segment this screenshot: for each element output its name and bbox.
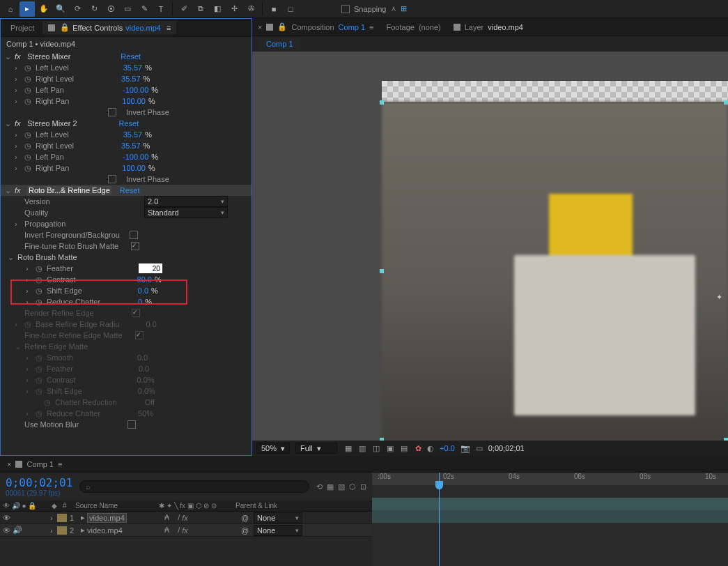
val-shift-edge[interactable]: 0.0: [138, 286, 148, 295]
expand-icon[interactable]: ›: [26, 275, 33, 284]
expand-icon[interactable]: ›: [50, 514, 53, 522]
val-left-pan[interactable]: -100.00: [123, 153, 148, 161]
val-right-level[interactable]: 35.57: [121, 142, 141, 150]
tab-effect-controls[interactable]: 🔒 Effect Controls video.mp4 ≡: [42, 21, 176, 34]
lock-icon[interactable]: 🔒: [60, 23, 70, 32]
stroke-swatch-icon[interactable]: □: [283, 1, 298, 17]
layer-track[interactable]: [372, 510, 728, 523]
grid-icon[interactable]: ▦: [343, 443, 354, 454]
layer-track[interactable]: [372, 498, 728, 510]
tab-project[interactable]: Project: [5, 22, 40, 34]
expand-icon[interactable]: ›: [15, 142, 22, 150]
stopwatch-icon[interactable]: ◷: [24, 153, 33, 162]
snapping-options-icon[interactable]: ⋏: [391, 4, 396, 13]
expand-icon[interactable]: ›: [15, 220, 22, 228]
type-tool-icon[interactable]: T: [153, 1, 169, 17]
expand-icon[interactable]: ⊡: [360, 482, 366, 491]
tab-layer[interactable]: Layer video.mp4: [454, 23, 523, 31]
reset-link[interactable]: Reset: [119, 119, 139, 128]
snap-grid-icon[interactable]: ⊞: [401, 4, 407, 13]
panel-menu-icon[interactable]: ≡: [369, 23, 373, 31]
layer-row[interactable]: 👁› 1▸ video.mp4₳ / fx@None▾: [0, 512, 372, 524]
checkbox-icon[interactable]: [341, 5, 350, 13]
stopwatch-icon[interactable]: ◷: [24, 142, 33, 151]
snapshot-icon[interactable]: 📷: [460, 444, 470, 453]
panel-menu-icon[interactable]: ≡: [166, 24, 171, 32]
pickwhip-icon[interactable]: @: [238, 526, 251, 535]
region-icon[interactable]: ▭: [476, 444, 483, 453]
roto-tool-icon[interactable]: ✢: [226, 1, 242, 17]
fx-icon[interactable]: fx: [15, 52, 24, 61]
val-right-pan[interactable]: 100.00: [122, 164, 146, 172]
selection-handle[interactable]: [724, 100, 728, 105]
expand-icon[interactable]: ›: [15, 153, 22, 161]
composition-name[interactable]: Comp 1: [339, 23, 366, 31]
eraser-tool-icon[interactable]: ◧: [210, 1, 225, 17]
shy-icon[interactable]: ⟲: [316, 482, 323, 491]
subtab-comp1[interactable]: Comp 1: [259, 38, 300, 49]
expand-icon[interactable]: ›: [50, 526, 53, 535]
reset-link[interactable]: Reset: [121, 52, 141, 61]
camera-tool-icon[interactable]: ⦿: [103, 1, 118, 17]
selection-handle[interactable]: [380, 438, 384, 441]
collapse-icon[interactable]: ⌄: [5, 186, 12, 195]
channel-icon[interactable]: ▣: [385, 443, 396, 454]
timeline-search[interactable]: ⌕: [79, 480, 309, 493]
stopwatch-icon[interactable]: ◷: [36, 286, 44, 296]
orbit-tool-icon[interactable]: ⟳: [70, 1, 85, 17]
snapping-toggle[interactable]: Snapping ⋏ ⊞: [341, 4, 407, 13]
lock-icon[interactable]: 🔒: [277, 22, 287, 31]
fx-icon[interactable]: fx: [15, 119, 24, 128]
timeline-right[interactable]: :00s02s04s06s08s10s: [372, 473, 728, 566]
rect-tool-icon[interactable]: ▭: [120, 1, 135, 17]
select-version[interactable]: 2.0▾: [144, 196, 228, 207]
clone-tool-icon[interactable]: ⧉: [193, 1, 208, 17]
stopwatch-icon[interactable]: ◷: [24, 97, 33, 106]
val-left-level[interactable]: 35.57: [123, 130, 143, 139]
effect-name[interactable]: Stereo Mixer: [27, 52, 70, 61]
brush-tool-icon[interactable]: ✐: [176, 1, 192, 17]
val-right-level[interactable]: 35.57: [121, 75, 141, 83]
viewer-timecode[interactable]: 0;00;02;01: [488, 444, 525, 452]
playhead-handle[interactable]: [435, 481, 443, 489]
checkbox-invert-phase[interactable]: [108, 175, 116, 183]
expand-icon[interactable]: ›: [15, 63, 22, 72]
close-icon[interactable]: ×: [7, 460, 11, 468]
graph-icon[interactable]: ⬡: [349, 482, 356, 491]
resolution-select[interactable]: Full▾: [295, 443, 337, 454]
composition-viewer[interactable]: ✦: [252, 52, 728, 441]
val-reduce-chatter[interactable]: 0: [138, 298, 142, 306]
visibility-icon[interactable]: 👁: [3, 526, 10, 535]
time-ruler[interactable]: :00s02s04s06s08s10s: [372, 473, 728, 485]
parent-select[interactable]: None▾: [254, 525, 302, 536]
stopwatch-icon[interactable]: ◷: [24, 63, 33, 72]
motion-blur-icon[interactable]: ▧: [338, 482, 345, 491]
fill-swatch-icon[interactable]: ■: [266, 1, 281, 17]
stopwatch-icon[interactable]: ◷: [36, 298, 44, 307]
audio-icon[interactable]: 🔊: [13, 526, 22, 535]
pen-tool-icon[interactable]: ✎: [137, 1, 152, 17]
select-quality[interactable]: Standard▾: [144, 207, 228, 218]
guides-icon[interactable]: ▥: [357, 443, 368, 454]
tab-footage[interactable]: Footage (none): [387, 23, 441, 31]
timeline-timecode[interactable]: 0;00;02;01: [6, 476, 72, 489]
expand-icon[interactable]: ›: [26, 264, 33, 273]
selection-handle[interactable]: [724, 438, 728, 441]
exposure-value[interactable]: +0.0: [440, 444, 455, 452]
reset-link[interactable]: Reset: [120, 186, 140, 194]
stopwatch-icon[interactable]: ◷: [36, 275, 44, 284]
tab-composition[interactable]: × 🔒 Composition Comp 1 ≡: [258, 22, 374, 31]
val-contrast[interactable]: 80.0: [137, 275, 152, 284]
val-right-pan[interactable]: 100.00: [122, 97, 146, 105]
val-left-pan[interactable]: -100.00: [123, 86, 148, 94]
effect-controls-file[interactable]: video.mp4: [125, 24, 161, 32]
zoom-tool-icon[interactable]: 🔍: [53, 1, 68, 17]
expand-icon[interactable]: ›: [15, 86, 22, 94]
rotate-tool-icon[interactable]: ↻: [86, 1, 102, 17]
visibility-icon[interactable]: 👁: [3, 514, 10, 522]
puppet-tool-icon[interactable]: ✇: [243, 1, 258, 17]
expand-icon[interactable]: ›: [15, 97, 22, 105]
checkbox-invert-phase[interactable]: [108, 108, 116, 116]
selection-tool-icon[interactable]: ▸: [20, 1, 35, 17]
exposure-icon[interactable]: ◐: [427, 444, 434, 453]
